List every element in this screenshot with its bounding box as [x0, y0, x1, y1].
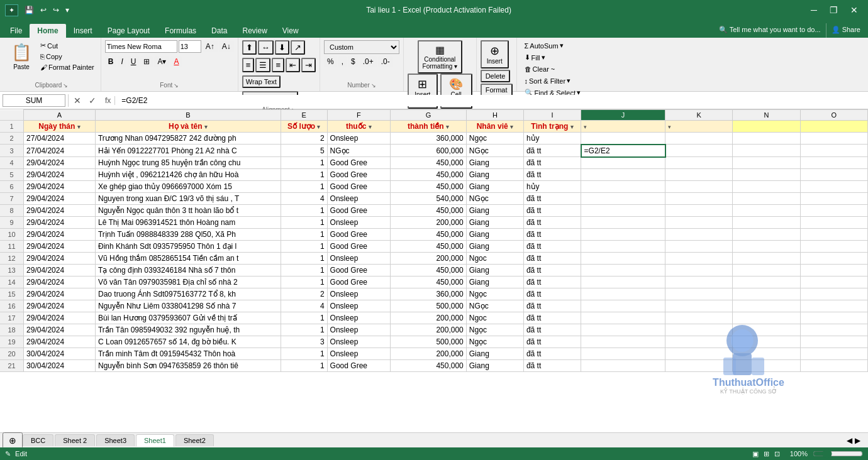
cell-n-16[interactable]	[733, 300, 800, 312]
cell-e-10[interactable]: 1	[281, 229, 327, 241]
cell-f-18[interactable]: Onsleep	[327, 324, 391, 336]
cell-g-10[interactable]: 450,000	[391, 229, 467, 241]
cell-e-19[interactable]: 3	[281, 336, 327, 348]
cell-j-13[interactable]	[581, 265, 665, 277]
cell-h-18[interactable]: Ngọc	[466, 324, 523, 336]
cell-e-15[interactable]: 2	[281, 288, 327, 300]
col-header-h[interactable]: H	[466, 110, 523, 121]
cell-a-3[interactable]: 27/04/2024	[24, 145, 96, 157]
cell-f-19[interactable]: Onsleep	[327, 336, 391, 348]
cell-a-20[interactable]: 30/04/2024	[24, 348, 96, 360]
sheet-tab-sheet3[interactable]: Sheet3	[96, 434, 135, 446]
row-num-4[interactable]: 4	[0, 157, 24, 169]
row-num-21[interactable]: 21	[0, 360, 24, 372]
cell-o-5[interactable]	[800, 169, 867, 181]
cell-n-14[interactable]	[733, 277, 800, 288]
cell-e-4[interactable]: 1	[281, 157, 327, 169]
clear-button[interactable]: 🗑 Clear ~	[521, 64, 559, 74]
cell-f-13[interactable]: Good Gree	[327, 265, 391, 277]
cell-k-12[interactable]	[665, 253, 733, 265]
cell-f-10[interactable]: Good Gree	[327, 229, 391, 241]
cell-i-14[interactable]: đã tt	[523, 277, 581, 288]
cell-g-11[interactable]: 450,000	[391, 241, 467, 253]
cell-h-16[interactable]: NGọc	[466, 300, 523, 312]
cell-k-14[interactable]	[665, 277, 733, 288]
cell-o-7[interactable]	[800, 193, 867, 205]
align-center-btn[interactable]: ☰	[255, 58, 270, 72]
cell-g-6[interactable]: 450,000	[391, 181, 467, 193]
align-middle-btn[interactable]: ↔	[258, 40, 274, 55]
font-size-input[interactable]	[179, 40, 201, 53]
cell-o-4[interactable]	[800, 157, 867, 169]
cell-k-17[interactable]	[665, 312, 733, 324]
cell-e-11[interactable]: 1	[281, 241, 327, 253]
cell-h-14[interactable]: Giang	[466, 277, 523, 288]
cell-a-18[interactable]: 29/04/2024	[24, 324, 96, 336]
cell-k-11[interactable]	[665, 241, 733, 253]
header-col-h[interactable]: Nhân viê ▾	[466, 121, 523, 133]
row-num-7[interactable]: 7	[0, 193, 24, 205]
copy-button[interactable]: ⎘ Copy	[38, 52, 97, 62]
row-num-11[interactable]: 11	[0, 241, 24, 253]
cell-g-12[interactable]: 200,000	[391, 253, 467, 265]
cell-j-16[interactable]	[581, 300, 665, 312]
cell-g-16[interactable]: 500,000	[391, 300, 467, 312]
tab-insert[interactable]: Insert	[66, 24, 100, 38]
cell-o-17[interactable]	[800, 312, 867, 324]
save-quick-btn[interactable]: 💾	[22, 4, 36, 16]
cell-a-2[interactable]: 27/04/2024	[24, 133, 96, 145]
cell-a-15[interactable]: 29/04/2024	[24, 288, 96, 300]
col-header-j[interactable]: J	[581, 110, 665, 121]
cell-n-15[interactable]	[733, 288, 800, 300]
cell-n-21[interactable]	[733, 360, 800, 372]
cell-k-6[interactable]	[665, 181, 733, 193]
cell-g-17[interactable]: 200,000	[391, 312, 467, 324]
header-col-i[interactable]: Tình trạng ▾	[523, 121, 581, 133]
tab-page-layout[interactable]: Page Layout	[100, 24, 157, 38]
cell-j-20[interactable]	[581, 348, 665, 360]
cell-f-9[interactable]: Onsleep	[327, 217, 391, 229]
page-layout-view-btn[interactable]: ⊞	[764, 450, 769, 458]
cell-a-21[interactable]: 30/04/2024	[24, 360, 96, 372]
row-num-13[interactable]: 13	[0, 265, 24, 277]
restore-btn[interactable]: ❐	[825, 4, 843, 16]
row-num-10[interactable]: 10	[0, 229, 24, 241]
cell-a-19[interactable]: 29/04/2024	[24, 336, 96, 348]
row-num-18[interactable]: 18	[0, 324, 24, 336]
cell-o-6[interactable]	[800, 181, 867, 193]
cell-h-15[interactable]: Ngọc	[466, 288, 523, 300]
cell-n-19[interactable]	[733, 336, 800, 348]
cell-f-15[interactable]: Onsleep	[327, 288, 391, 300]
col-header-k[interactable]: K	[665, 110, 733, 121]
cell-a-9[interactable]: 29/04/2024	[24, 217, 96, 229]
cell-g-2[interactable]: 360,000	[391, 133, 467, 145]
col-header-b[interactable]: B	[95, 110, 281, 121]
cell-b-10[interactable]: Trịnh Tuấn 0988848339 288 Ql50, Xã Ph	[95, 229, 281, 241]
delete-btn[interactable]: Delete	[481, 70, 511, 82]
cell-f-4[interactable]: Good Gree	[327, 157, 391, 169]
cell-o-8[interactable]	[800, 205, 867, 217]
cell-h-5[interactable]: Giang	[466, 169, 523, 181]
cell-o-19[interactable]	[800, 336, 867, 348]
decrease-decimal-btn[interactable]: .0-	[378, 56, 393, 67]
autosum-button[interactable]: Σ AutoSum ▾	[521, 40, 567, 51]
row-num-15[interactable]: 15	[0, 288, 24, 300]
increase-decimal-btn[interactable]: .0+	[360, 56, 377, 67]
col-header-e[interactable]: E	[281, 110, 327, 121]
cell-o-20[interactable]	[800, 348, 867, 360]
cell-g-21[interactable]: 450,000	[391, 360, 467, 372]
col-header-n[interactable]: N	[733, 110, 800, 121]
cell-a-13[interactable]: 29/04/2024	[24, 265, 96, 277]
cell-b-15[interactable]: Dao truong Ánh Sdt0975163772 Tổ 8, kh	[95, 288, 281, 300]
cell-b-21[interactable]: Nguyễn bình Sơn 0947635859 26 thôn tiê	[95, 360, 281, 372]
cell-e-13[interactable]: 1	[281, 265, 327, 277]
cell-f-6[interactable]: Good Gree	[327, 181, 391, 193]
header-col-j[interactable]: ▾	[581, 121, 665, 133]
tab-file[interactable]: File	[3, 24, 30, 38]
border-button[interactable]: ⊞	[140, 56, 153, 67]
col-header-o[interactable]: O	[800, 110, 867, 121]
cell-j-21[interactable]	[581, 360, 665, 372]
filter-arrow-h[interactable]: ▾	[510, 124, 513, 130]
cell-b-13[interactable]: Tạ công định 0393246184 Nhà số 7 thôn	[95, 265, 281, 277]
cell-b-17[interactable]: Bùi lan Hương 0379593607 Gửi về thị trấ	[95, 312, 281, 324]
